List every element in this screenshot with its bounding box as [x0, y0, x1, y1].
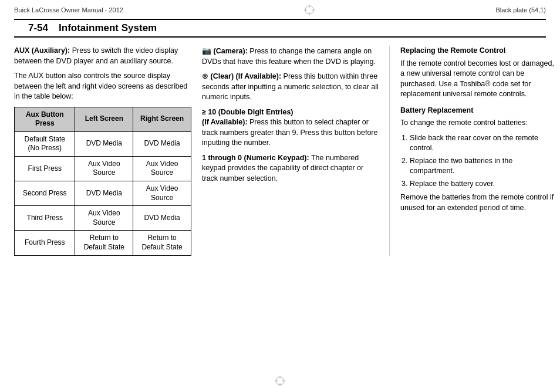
header-center	[304, 5, 315, 15]
camera-heading: (Camera):	[213, 47, 247, 55]
double-digit-heading: 10 (Double Digit Entries)	[206, 108, 294, 116]
camera-icon: 📷	[202, 46, 211, 55]
table-cell-r1-c2: Aux Video Source	[133, 156, 191, 181]
main-content: AUX (Auxiliary): Press to switch the vid…	[0, 38, 560, 262]
replacing-heading: Replacing the Remote Control	[400, 46, 554, 56]
clear-heading: (Clear) (If Available):	[210, 72, 281, 80]
table-cell-r4-c1: Return to Default State	[75, 231, 133, 255]
right-column: Replacing the Remote Control If the remo…	[390, 46, 554, 256]
aux-paragraph-2: The AUX button also controls the source …	[14, 71, 191, 102]
page-footer	[0, 376, 560, 386]
section-number: 7-54	[28, 22, 48, 34]
battery-heading: Battery Replacement	[400, 106, 554, 116]
table-cell-r3-c2: DVD Media	[133, 206, 191, 231]
table-cell-r1-c1: Aux Video Source	[75, 156, 133, 181]
section-title-bar: 7-54 Infotainment System	[14, 19, 546, 38]
double-digit-para: ≥ 10 (Double Digit Entries) (If Availabl…	[202, 107, 379, 148]
table-cell-r0-c2: DVD Media	[133, 131, 191, 156]
table-header-row: Aux Button Press Left Screen Right Scree…	[15, 107, 191, 131]
double-digit-symbol: ≥	[202, 108, 206, 116]
table-cell-r3-c0: Third Press	[15, 206, 75, 231]
col-header-aux: Aux Button Press	[15, 107, 75, 131]
table-row: Default State (No Press)DVD MediaDVD Med…	[15, 131, 191, 156]
table-cell-r3-c1: Aux Video Source	[75, 206, 133, 231]
table-cell-r4-c0: Fourth Press	[15, 231, 75, 255]
page-container: Buick LaCrosse Owner Manual - 2012 Black…	[0, 0, 560, 392]
aux-heading: AUX (Auxiliary):	[14, 46, 70, 55]
header-right: Black plate (54,1)	[495, 6, 546, 13]
battery-note: Remove the batteries from the remote con…	[400, 192, 554, 213]
page-header: Buick LaCrosse Owner Manual - 2012 Black…	[0, 0, 560, 19]
aux-table: Aux Button Press Left Screen Right Scree…	[14, 107, 191, 256]
header-left: Buick LaCrosse Owner Manual - 2012	[14, 6, 123, 13]
col-header-left: Left Screen	[75, 107, 133, 131]
col-header-right: Right Screen	[133, 107, 191, 131]
table-row: Third PressAux Video SourceDVD Media	[15, 206, 191, 231]
numeric-heading: 1 through 0 (Numeric Keypad):	[202, 154, 309, 162]
table-cell-r4-c2: Return to Default State	[133, 231, 191, 255]
footer-crosshair-icon	[275, 376, 285, 386]
table-cell-r0-c0: Default State (No Press)	[15, 131, 75, 156]
double-digit-subheading: (If Available):	[202, 118, 248, 126]
battery-step-3: Replace the battery cover.	[410, 179, 554, 190]
camera-para: 📷 (Camera): Press to change the camera a…	[202, 46, 379, 67]
battery-steps-list: Slide back the rear cover on the remote …	[400, 133, 554, 190]
table-cell-r2-c2: Aux Video Source	[133, 181, 191, 206]
replacing-text: If the remote control becomes lost or da…	[400, 59, 554, 100]
header-crosshair-icon	[304, 5, 315, 15]
table-row: First PressAux Video SourceAux Video Sou…	[15, 156, 191, 181]
aux-paragraph-1: AUX (Auxiliary): Press to switch the vid…	[14, 46, 191, 66]
left-column: AUX (Auxiliary): Press to switch the vid…	[14, 46, 202, 256]
battery-text: To change the remote control batteries:	[400, 118, 554, 129]
table-row: Fourth PressReturn to Default StateRetur…	[15, 231, 191, 255]
clear-para: ⊗ (Clear) (If Available): Press this but…	[202, 72, 379, 103]
table-row: Second PressDVD MediaAux Video Source	[15, 181, 191, 206]
numeric-para: 1 through 0 (Numeric Keypad): The number…	[202, 153, 379, 184]
table-cell-r1-c0: First Press	[15, 156, 75, 181]
table-cell-r2-c1: DVD Media	[75, 181, 133, 206]
battery-step-2: Replace the two batteries in the compart…	[410, 156, 554, 177]
table-cell-r2-c0: Second Press	[15, 181, 75, 206]
table-cell-r0-c1: DVD Media	[75, 131, 133, 156]
battery-step-1: Slide back the rear cover on the remote …	[410, 133, 554, 154]
clear-symbol: ⊗	[202, 72, 208, 80]
section-title: Infotainment System	[59, 22, 157, 34]
middle-column: 📷 (Camera): Press to change the camera a…	[202, 46, 390, 256]
